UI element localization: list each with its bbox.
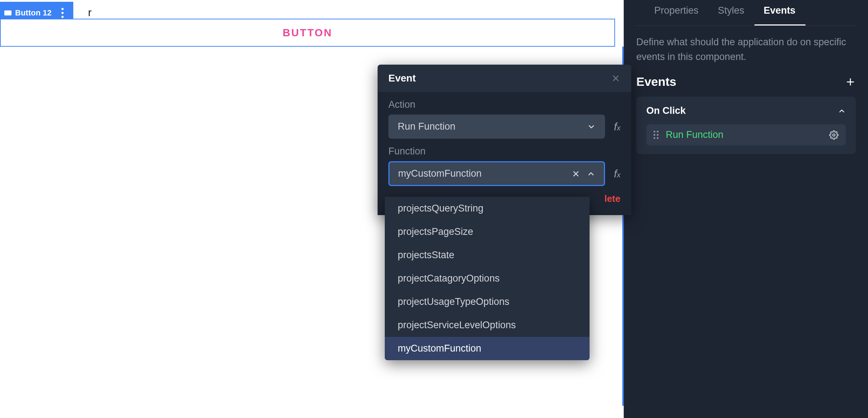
svg-point-6 (833, 134, 835, 136)
chevron-up-icon (838, 107, 846, 115)
event-panel-header: Event (378, 65, 631, 92)
function-select-value: myCustomFunction (398, 168, 482, 179)
inspector-tabs: Properties Styles Events (635, 0, 857, 26)
button-type-icon (4, 10, 11, 15)
action-field-label: Action (388, 92, 620, 115)
tab-properties[interactable]: Properties (645, 0, 708, 25)
action-label: Run Function (666, 129, 724, 140)
more-vertical-icon (61, 8, 64, 18)
dropdown-item[interactable]: projectsPageSize (385, 220, 590, 243)
clear-icon[interactable] (572, 169, 580, 178)
plus-icon[interactable] (845, 76, 856, 87)
gear-icon[interactable] (829, 130, 839, 140)
dropdown-item[interactable]: projectUsageTypeOptions (385, 290, 590, 314)
tab-styles[interactable]: Styles (708, 0, 754, 25)
event-edit-panel: Event Action Run Function fx Function my… (378, 65, 631, 215)
event-card-header[interactable]: On Click (646, 105, 846, 116)
canvas-background-text: r (88, 6, 92, 19)
function-dropdown-list: projectsQueryStringprojectsPageSizeproje… (385, 197, 590, 360)
chevron-down-icon (587, 122, 596, 131)
tab-events[interactable]: Events (754, 0, 806, 25)
selection-name: Button 12 (15, 8, 51, 18)
action-select-value: Run Function (398, 121, 456, 132)
dropdown-item[interactable]: projectServiceLevelOptions (385, 314, 590, 337)
events-header: Events (624, 71, 868, 97)
drag-handle-icon[interactable] (654, 131, 659, 139)
close-icon[interactable] (611, 74, 620, 83)
dropdown-item[interactable]: myCustomFunction (385, 337, 590, 360)
dropdown-item[interactable]: projectsState (385, 243, 590, 267)
function-select[interactable]: myCustomFunction (388, 161, 605, 186)
action-select[interactable]: Run Function (388, 115, 605, 139)
chevron-up-icon[interactable] (587, 169, 595, 178)
inspector-panel: Properties Styles Events Define what sho… (624, 0, 868, 418)
dropdown-item[interactable]: projectCatagoryOptions (385, 267, 590, 290)
canvas-button[interactable]: BUTTON (0, 19, 615, 47)
events-description: Define what should the application do on… (624, 26, 868, 71)
dropdown-item[interactable]: projectsQueryString (385, 197, 590, 220)
canvas-button-label: BUTTON (283, 27, 332, 39)
event-panel-title: Event (388, 73, 416, 84)
fx-icon[interactable]: fx (614, 121, 620, 133)
event-name: On Click (646, 105, 686, 116)
fx-icon[interactable]: fx (614, 168, 620, 180)
events-heading: Events (636, 75, 677, 89)
event-action-item[interactable]: Run Function (646, 124, 846, 145)
event-card-onclick: On Click Run Function (636, 97, 856, 154)
function-field-label: Function (388, 139, 620, 161)
